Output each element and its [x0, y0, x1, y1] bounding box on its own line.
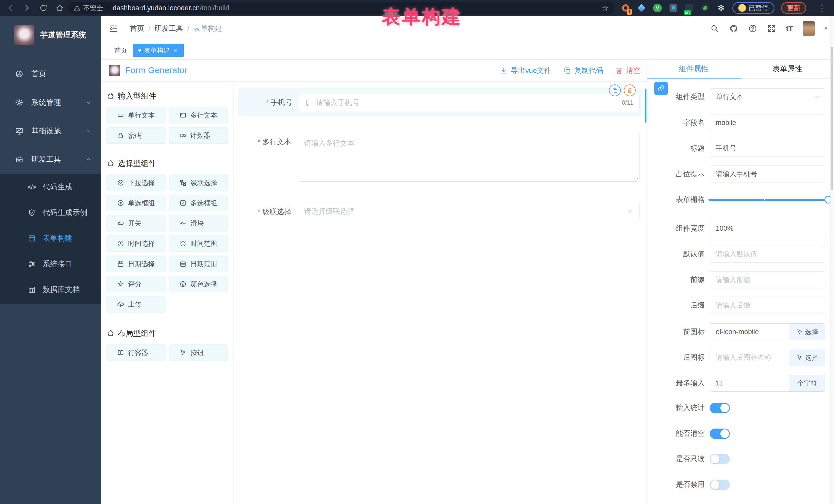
- back-icon[interactable]: [6, 4, 15, 12]
- placeholder-input[interactable]: [710, 166, 825, 182]
- title-input[interactable]: [710, 140, 825, 156]
- copy-icon: [563, 66, 571, 75]
- sidebar-item-home[interactable]: 首页: [0, 61, 101, 87]
- copy-code-button[interactable]: 复制代码: [563, 66, 603, 75]
- palette-item-select[interactable]: 下拉选择: [107, 175, 166, 191]
- sidebar-item-form-builder[interactable]: 表单构建: [0, 225, 101, 251]
- palette-item-time[interactable]: 时间选择: [107, 235, 166, 252]
- tab-home[interactable]: 首页: [109, 44, 132, 57]
- prefix-icon-input[interactable]: [710, 324, 789, 340]
- app-logo: [14, 25, 35, 45]
- sidebar-item-system[interactable]: 系统管理: [0, 90, 101, 115]
- window-scrollbar[interactable]: [830, 16, 834, 504]
- suffix-icon-input[interactable]: [710, 349, 789, 366]
- prefix-icon-select-button[interactable]: 选择: [789, 323, 825, 340]
- readonly-toggle[interactable]: [710, 454, 730, 464]
- suffix-icon-select-button[interactable]: 选择: [789, 349, 825, 366]
- url-bar[interactable]: 不安全 dashboard.yudao.iocoder.cn/tool/buil…: [68, 2, 614, 14]
- avatar[interactable]: [803, 21, 815, 36]
- export-vue-button[interactable]: 导出vue文件: [500, 66, 551, 75]
- palette-item-single-text[interactable]: 单行文本: [107, 107, 166, 124]
- char-counter: 0/11: [622, 99, 633, 106]
- clear-label: 清空: [626, 66, 640, 75]
- clear-button[interactable]: 清空: [615, 66, 640, 75]
- tab-component-props[interactable]: 组件属性: [647, 60, 741, 78]
- search-icon[interactable]: [710, 24, 719, 33]
- extensions-menu-icon[interactable]: ✻: [717, 3, 726, 13]
- sidebar-logo-row[interactable]: 芋道管理系统: [0, 20, 101, 50]
- field-name-input[interactable]: [710, 114, 825, 131]
- github-icon[interactable]: [729, 24, 738, 33]
- tab-form-props[interactable]: 表单属性: [741, 60, 834, 78]
- form-grid-slider[interactable]: [708, 199, 829, 201]
- breadcrumb-home[interactable]: 首页: [130, 24, 144, 34]
- component-icon: [107, 329, 115, 338]
- cascader-field[interactable]: 请选择级联选择: [298, 203, 639, 220]
- fullscreen-icon[interactable]: [767, 24, 776, 33]
- sidebar-item-db-doc[interactable]: 数据库文档: [0, 277, 101, 303]
- palette-item-button[interactable]: 按钮: [169, 344, 228, 361]
- palette-item-rate[interactable]: 评分: [107, 276, 166, 292]
- palette-item-date-range[interactable]: 日期范围: [169, 256, 228, 272]
- default-value-input[interactable]: [710, 246, 825, 262]
- switch-icon: [117, 220, 124, 227]
- collapse-menu-icon[interactable]: [108, 24, 118, 34]
- font-size-icon[interactable]: tT: [786, 24, 793, 33]
- bookmark-star-icon[interactable]: ☆: [602, 4, 609, 13]
- palette-item-switch[interactable]: 开关: [107, 215, 166, 232]
- extension-drop-icon[interactable]: [669, 3, 678, 13]
- sidebar-item-infra[interactable]: 基础设施: [0, 118, 101, 144]
- caret-down-icon[interactable]: ▾: [825, 25, 827, 32]
- home-icon[interactable]: [56, 4, 64, 12]
- extension-on-icon[interactable]: on: [685, 3, 694, 13]
- disabled-toggle[interactable]: [710, 480, 730, 490]
- reload-icon[interactable]: [39, 4, 48, 12]
- palette-item-time-range[interactable]: 时间范围: [169, 235, 228, 252]
- palette-item-slider[interactable]: 滑块: [169, 215, 228, 232]
- sidebar-item-system-api[interactable]: 系统接口: [0, 251, 101, 277]
- extension-leaf-icon[interactable]: [701, 3, 710, 13]
- maxlength-input[interactable]: [710, 375, 789, 391]
- prefix-input[interactable]: [710, 271, 825, 288]
- extension-green-icon[interactable]: V: [653, 3, 662, 13]
- component-type-select[interactable]: 单行文本: [710, 88, 825, 105]
- extension-orange-icon[interactable]: 1: [621, 3, 630, 13]
- pointer-icon: [796, 354, 803, 361]
- forward-icon[interactable]: [23, 4, 31, 12]
- palette-item-counter[interactable]: 123计数器: [169, 127, 228, 144]
- sidebar-item-codegen-demo[interactable]: 代码生成示例: [0, 200, 101, 225]
- breadcrumb-devtools[interactable]: 研发工具: [154, 24, 183, 34]
- clearable-toggle[interactable]: [710, 429, 730, 439]
- sidebar-item-devtools[interactable]: 研发工具: [0, 147, 101, 172]
- textarea-field[interactable]: [298, 133, 639, 182]
- canvas-scrollbar-thumb[interactable]: [644, 89, 646, 123]
- update-button[interactable]: 更新: [781, 2, 806, 14]
- toggle-knob: [720, 404, 729, 412]
- close-icon[interactable]: [173, 47, 178, 53]
- browser-menu-dots-icon[interactable]: ⋮: [817, 4, 826, 12]
- palette-item-color[interactable]: 颜色选择: [169, 276, 228, 292]
- palette-item-password[interactable]: 密码: [107, 127, 166, 144]
- sliders-icon: [28, 260, 36, 268]
- field-copy-button[interactable]: [609, 84, 621, 96]
- palette-item-upload[interactable]: 上传: [107, 296, 166, 312]
- tab-form-builder[interactable]: 表单构建: [133, 44, 184, 57]
- scrollbar-thumb[interactable]: [831, 47, 833, 191]
- palette-item-cascader[interactable]: 级联选择: [169, 175, 228, 191]
- palette-item-date[interactable]: 日期选择: [107, 256, 166, 272]
- palette-item-radio-group[interactable]: 单选框组: [107, 195, 166, 211]
- suffix-input[interactable]: [710, 297, 825, 313]
- palette-item-checkbox-group[interactable]: 多选框组: [169, 195, 228, 211]
- extension-gem-icon[interactable]: [637, 3, 646, 13]
- field-delete-button[interactable]: [624, 84, 636, 96]
- help-icon[interactable]: [748, 24, 757, 33]
- profile-paused-pill[interactable]: 已暂停: [732, 2, 774, 14]
- width-input[interactable]: [710, 220, 825, 237]
- mobile-input[interactable]: [298, 94, 639, 111]
- palette-item-row-container[interactable]: 行容器: [107, 344, 166, 361]
- palette-item-textarea[interactable]: 多行文本: [169, 107, 228, 124]
- show-count-toggle[interactable]: [710, 403, 730, 413]
- canvas-field-mobile[interactable]: *手机号 0/11: [238, 89, 642, 116]
- prop-label: 组件宽度: [647, 220, 705, 237]
- sidebar-item-codegen[interactable]: </> 代码生成: [0, 174, 101, 200]
